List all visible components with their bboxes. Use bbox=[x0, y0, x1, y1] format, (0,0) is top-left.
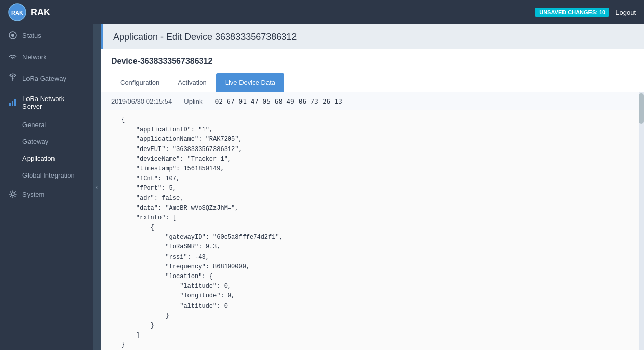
svg-rect-6 bbox=[9, 103, 11, 106]
circle-icon bbox=[8, 31, 17, 40]
sidebar-item-status[interactable]: Status bbox=[0, 24, 93, 46]
main-content: Application - Edit Device 36383335673863… bbox=[101, 24, 644, 350]
sidebar-toggle[interactable]: ‹ bbox=[93, 24, 101, 350]
svg-rect-8 bbox=[14, 99, 16, 106]
main-layout: Status Network LoRa Gateway LoRa Network… bbox=[0, 24, 644, 350]
data-entry-1-direction: Uplink bbox=[184, 97, 202, 105]
page-header: Application - Edit Device 36383335673863… bbox=[101, 24, 644, 49]
tab-configuration[interactable]: Configuration bbox=[111, 73, 169, 92]
antenna-icon bbox=[8, 73, 17, 83]
navbar-right: UNSAVED CHANGES: 10 Logout bbox=[535, 8, 636, 17]
svg-text:RAK: RAK bbox=[11, 10, 23, 16]
sidebar-sub-item-application[interactable]: Application bbox=[0, 150, 93, 167]
tab-live-device-data-label: Live Device Data bbox=[225, 79, 275, 86]
brand-name: RAK bbox=[31, 7, 50, 18]
sidebar-sub-item-global-integration-label: Global Integration bbox=[22, 171, 75, 179]
sidebar-sub-item-gateway[interactable]: Gateway bbox=[0, 133, 93, 150]
device-title-text: Device-3638333567386312 bbox=[111, 57, 212, 65]
brand: RAK RAK bbox=[8, 3, 50, 21]
data-entry-1-header[interactable]: 2019/06/30 02:15:54 Uplink 02 67 01 47 0… bbox=[101, 92, 644, 110]
sidebar: Status Network LoRa Gateway LoRa Network… bbox=[0, 24, 93, 350]
svg-point-9 bbox=[11, 193, 14, 196]
tabs: Configuration Activation Live Device Dat… bbox=[101, 73, 644, 92]
sidebar-item-system[interactable]: System bbox=[0, 184, 93, 205]
chevron-left-icon: ‹ bbox=[96, 184, 98, 191]
sidebar-item-lora-network-server[interactable]: LoRa Network Server bbox=[0, 89, 93, 116]
sidebar-item-network-label: Network bbox=[22, 53, 47, 61]
gear-icon bbox=[8, 190, 17, 199]
unsaved-badge: UNSAVED CHANGES: 10 bbox=[535, 8, 609, 17]
scrollbar-thumb[interactable] bbox=[639, 93, 644, 124]
tab-live-device-data[interactable]: Live Device Data bbox=[216, 73, 284, 92]
svg-rect-7 bbox=[12, 101, 13, 106]
svg-point-5 bbox=[12, 78, 14, 79]
tab-activation-label: Activation bbox=[178, 79, 206, 86]
sidebar-item-status-label: Status bbox=[22, 32, 41, 39]
data-entry-1-hex: 02 67 01 47 05 68 49 06 73 26 13 bbox=[214, 97, 342, 105]
sidebar-item-lora-gateway-label: LoRa Gateway bbox=[22, 74, 66, 82]
data-entries-list: 2019/06/30 02:15:54 Uplink 02 67 01 47 0… bbox=[101, 92, 644, 350]
wifi-icon bbox=[8, 52, 17, 61]
scrollbar-track[interactable] bbox=[639, 92, 644, 350]
sidebar-sub-item-global-integration[interactable]: Global Integration bbox=[0, 167, 93, 184]
data-entry-1-body: { "applicationID": "1", "applicationName… bbox=[101, 110, 644, 350]
tab-configuration-label: Configuration bbox=[120, 79, 159, 86]
sidebar-sub-item-general[interactable]: General bbox=[0, 116, 93, 133]
sidebar-item-lora-network-server-label: LoRa Network Server bbox=[22, 95, 85, 110]
data-entry-1: 2019/06/30 02:15:54 Uplink 02 67 01 47 0… bbox=[101, 92, 644, 350]
page-header-text: Application - Edit Device 36383335673863… bbox=[113, 32, 297, 42]
sidebar-sub-item-general-label: General bbox=[22, 121, 46, 129]
live-data-panel: 2019/06/30 02:15:54 Uplink 02 67 01 47 0… bbox=[101, 92, 644, 350]
rak-logo: RAK bbox=[8, 3, 26, 21]
data-entry-1-timestamp: 2019/06/30 02:15:54 bbox=[111, 97, 172, 105]
sidebar-item-lora-gateway[interactable]: LoRa Gateway bbox=[0, 67, 93, 89]
sidebar-sub-item-gateway-label: Gateway bbox=[22, 138, 48, 145]
sidebar-sub-item-application-label: Application bbox=[22, 155, 55, 162]
sidebar-item-system-label: System bbox=[22, 191, 44, 198]
chart-icon bbox=[8, 98, 17, 107]
navbar: RAK RAK UNSAVED CHANGES: 10 Logout bbox=[0, 0, 644, 24]
device-title: Device-3638333567386312 bbox=[101, 49, 644, 73]
svg-point-3 bbox=[11, 34, 14, 37]
logout-button[interactable]: Logout bbox=[615, 9, 636, 16]
tab-activation[interactable]: Activation bbox=[169, 73, 216, 92]
sidebar-item-network[interactable]: Network bbox=[0, 46, 93, 67]
